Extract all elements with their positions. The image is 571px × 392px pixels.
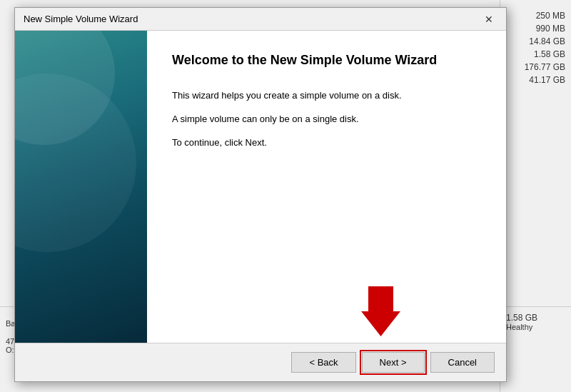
size-item: 176.77 GB	[506, 62, 565, 72]
disk-status-panel: 1.58 GB Healthy	[500, 306, 571, 392]
health-label: Healthy	[506, 323, 532, 331]
cancel-button[interactable]: Cancel	[430, 352, 495, 373]
decoration-circle-2	[15, 74, 136, 252]
next-button[interactable]: Next >	[362, 352, 425, 373]
wizard-paragraph-2: A simple volume can only be on a single …	[172, 112, 481, 127]
svg-marker-0	[361, 286, 400, 336]
dialog-footer: < Back Next > Cancel	[15, 343, 506, 381]
dialog-titlebar: New Simple Volume Wizard ✕	[15, 8, 506, 31]
wizard-decoration-panel	[15, 31, 147, 343]
size-item: 1.58 GB	[506, 49, 565, 59]
wizard-paragraph-3: To continue, click Next.	[172, 136, 481, 151]
wizard-heading: Welcome to the New Simple Volume Wizard	[172, 52, 481, 69]
size-item: 14.84 GB	[506, 36, 565, 46]
size-item: 990 MB	[506, 24, 565, 34]
arrow-svg	[361, 286, 400, 336]
dialog-title: New Simple Volume Wizard	[24, 14, 480, 24]
disk-size-label: 1.58 GB	[506, 313, 537, 323]
size-item: 250 MB	[506, 11, 565, 21]
dialog-body: Welcome to the New Simple Volume Wizard …	[15, 31, 506, 343]
red-arrow-indicator	[361, 286, 400, 338]
wizard-dialog: New Simple Volume Wizard ✕ Welcome to th…	[14, 7, 507, 382]
wizard-content-panel: Welcome to the New Simple Volume Wizard …	[147, 31, 506, 343]
close-button[interactable]: ✕	[480, 11, 497, 28]
back-button[interactable]: < Back	[291, 352, 355, 373]
wizard-paragraph-1: This wizard helps you create a simple vo…	[172, 89, 481, 104]
size-item: 41.17 GB	[506, 75, 565, 85]
